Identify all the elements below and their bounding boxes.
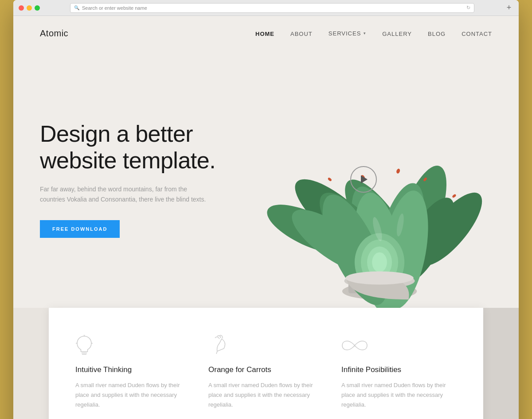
right-strip — [483, 308, 519, 419]
website-content: Atomic HOME ABOUT SERVICES ▼ GALLERY — [13, 16, 519, 419]
browser-chrome: 🔍 Search or enter website name ↻ + — [13, 0, 519, 16]
carrot-svg — [208, 334, 231, 357]
features-section: Intuitive Thinking A small river named D… — [49, 308, 483, 419]
address-bar[interactable]: 🔍 Search or enter website name ↻ — [70, 3, 474, 13]
refresh-icon[interactable]: ↻ — [466, 5, 470, 11]
nav-link-contact[interactable]: CONTACT — [462, 31, 492, 37]
hero-section: Design a better website template. Far fa… — [13, 51, 519, 308]
carrot-icon — [208, 334, 324, 357]
nav-item-services[interactable]: SERVICES ▼ — [329, 30, 366, 37]
browser-window: 🔍 Search or enter website name ↻ + Atomi… — [13, 0, 519, 419]
feature-title-3: Infinite Posibilities — [341, 365, 457, 374]
svg-point-25 — [345, 272, 413, 285]
bulb-svg — [75, 334, 93, 357]
infinity-icon — [341, 334, 457, 357]
bulb-icon — [75, 334, 191, 357]
new-tab-button[interactable]: + — [505, 4, 513, 12]
nav-item-home[interactable]: HOME — [255, 30, 274, 38]
left-strip — [13, 308, 49, 419]
hero-subtitle: Far far away, behind the word mountains,… — [40, 184, 208, 204]
nav-item-gallery[interactable]: GALLERY — [382, 30, 412, 38]
feature-carrots: Orange for Carrots A small river named D… — [208, 330, 324, 414]
feature-desc-2: A small river named Duden flows by their… — [208, 380, 324, 410]
nav-link-blog[interactable]: BLOG — [428, 31, 446, 37]
search-icon: 🔍 — [74, 5, 79, 10]
feature-infinite: Infinite Posibilities A small river name… — [341, 330, 457, 414]
address-text: Search or enter website name — [82, 5, 147, 11]
feature-intuitive: Intuitive Thinking A small river named D… — [75, 330, 191, 414]
infinity-svg — [341, 339, 368, 352]
nav-item-blog[interactable]: BLOG — [428, 30, 446, 38]
nav-item-about[interactable]: ABOUT — [290, 30, 313, 38]
svg-point-23 — [452, 194, 457, 198]
site-logo[interactable]: Atomic — [40, 28, 68, 39]
hero-title: Design a better website template. — [40, 121, 217, 174]
nav-link-services[interactable]: SERVICES — [329, 30, 361, 37]
maximize-button[interactable] — [35, 5, 40, 11]
play-icon — [361, 175, 368, 183]
feature-title-2: Orange for Carrots — [208, 365, 324, 374]
feature-desc-3: A small river named Duden flows by their… — [341, 380, 457, 410]
nav-item-contact[interactable]: CONTACT — [462, 30, 492, 38]
svg-point-18 — [372, 252, 387, 272]
chevron-down-icon: ▼ — [363, 31, 366, 35]
svg-point-21 — [327, 177, 332, 182]
minimize-button[interactable] — [27, 5, 32, 11]
feature-title-1: Intuitive Thinking — [75, 365, 191, 374]
nav-link-gallery[interactable]: GALLERY — [382, 31, 412, 37]
hero-content: Design a better website template. Far fa… — [13, 94, 244, 264]
play-button[interactable] — [350, 166, 377, 193]
svg-point-20 — [396, 168, 401, 174]
feature-desc-1: A small river named Duden flows by their… — [75, 380, 191, 410]
traffic-lights — [19, 5, 40, 11]
close-button[interactable] — [19, 5, 24, 11]
nav-link-home[interactable]: HOME — [255, 31, 274, 37]
free-download-button[interactable]: FREE DOWNLOAD — [40, 220, 120, 238]
nav-links: HOME ABOUT SERVICES ▼ GALLERY BLOG — [255, 30, 492, 38]
navigation: Atomic HOME ABOUT SERVICES ▼ GALLERY — [13, 16, 519, 51]
nav-link-about[interactable]: ABOUT — [290, 31, 313, 37]
